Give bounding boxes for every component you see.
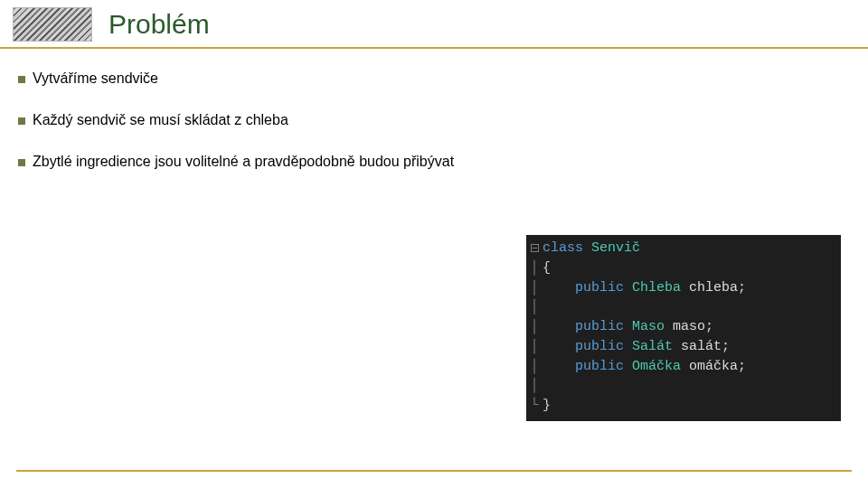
square-bullet-icon [18, 76, 25, 83]
bullet-item: Zbytlé ingredience jsou volitelné a prav… [18, 154, 850, 170]
code-line: │ [526, 376, 841, 396]
code-text [542, 376, 841, 396]
bullet-text: Každý sendvič se musí skládat z chleba [33, 112, 288, 128]
code-text: public Salát salát; [542, 337, 841, 357]
code-line: └ } [526, 396, 841, 416]
code-snippet: class Senvič │ { │ public Chleba chleba;… [526, 235, 841, 421]
fold-guide-icon: │ [526, 337, 542, 357]
fold-guide-icon: │ [526, 357, 542, 377]
bullet-text: Vytváříme sendviče [33, 70, 158, 87]
bullet-item: Každý sendvič se musí skládat z chleba [18, 112, 850, 128]
code-line: │ { [526, 258, 841, 278]
code-text: } [542, 396, 841, 416]
code-text [542, 297, 841, 317]
code-line: │ public Maso maso; [526, 317, 841, 337]
bullet-item: Vytváříme sendviče [18, 70, 850, 87]
code-text: public Chleba chleba; [542, 278, 841, 298]
code-line: │ public Chleba chleba; [526, 278, 841, 298]
escher-logo [13, 7, 92, 42]
square-bullet-icon [18, 159, 25, 166]
fold-guide-icon: │ [526, 317, 542, 337]
slide-title: Problém [108, 9, 210, 40]
fold-guide-icon: │ [526, 258, 542, 278]
bullet-text: Zbytlé ingredience jsou volitelné a prav… [33, 154, 454, 170]
fold-guide-icon: │ [526, 278, 542, 298]
code-line: │ public Omáčka omáčka; [526, 357, 841, 377]
code-line: │ public Salát salát; [526, 337, 841, 357]
code-text: public Maso maso; [542, 317, 841, 337]
fold-guide-icon: │ [526, 376, 542, 396]
footer-divider [16, 470, 852, 472]
code-line: │ [526, 297, 841, 317]
fold-gutter-icon [526, 239, 542, 258]
fold-guide-icon: └ [526, 396, 542, 416]
code-text: public Omáčka omáčka; [542, 357, 841, 377]
code-text: { [542, 258, 841, 278]
slide-header: Problém [0, 0, 868, 49]
fold-guide-icon: │ [526, 297, 542, 317]
code-text: class Senvič [542, 239, 841, 258]
code-line: class Senvič [526, 239, 841, 258]
slide-content: Vytváříme sendviče Každý sendvič se musí… [0, 49, 868, 170]
square-bullet-icon [18, 117, 25, 125]
